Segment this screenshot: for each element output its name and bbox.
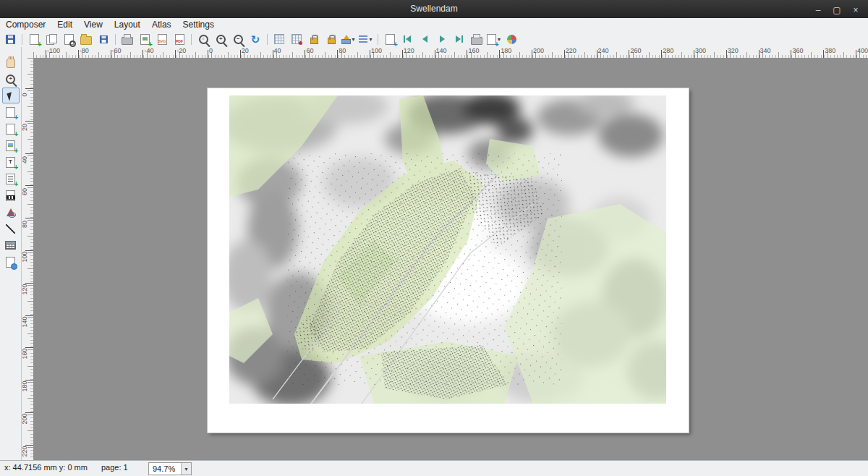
toolbar-separator <box>191 34 192 45</box>
export-image-icon[interactable] <box>137 32 153 46</box>
print-atlas-icon[interactable] <box>469 32 485 46</box>
window-controls: –▢× <box>809 1 865 20</box>
map-item[interactable] <box>229 95 666 404</box>
ruler-label: 300 <box>695 47 706 54</box>
ruler-tick <box>142 50 143 58</box>
print-icon[interactable] <box>119 32 135 46</box>
unlock-items-icon[interactable] <box>323 32 339 46</box>
minimize-button[interactable]: – <box>809 3 827 18</box>
menu-composer[interactable]: Composer <box>0 18 51 31</box>
new-composition-icon[interactable] <box>26 32 42 46</box>
ruler-label: 160 <box>22 345 28 362</box>
ruler-label: -100 <box>47 47 60 54</box>
ruler-tick <box>661 50 662 58</box>
ruler-label: 200 <box>533 47 544 54</box>
ruler-label: -60 <box>112 47 122 54</box>
zoom-level-value[interactable]: 94.7% <box>149 464 181 473</box>
layout-canvas[interactable] <box>33 58 868 461</box>
add-label-tool[interactable] <box>2 154 20 170</box>
move-item-content-tool[interactable] <box>2 104 20 120</box>
add-attribute-table-tool[interactable] <box>2 237 20 253</box>
item-toolbox: + <box>0 47 22 461</box>
move-item-content-icon[interactable] <box>382 32 398 46</box>
menu-view[interactable]: View <box>78 18 109 31</box>
cursor-position-readout: x: 44.7156 mm y: 0 mm <box>4 463 88 472</box>
atlas-previous-feature-icon[interactable] <box>417 32 433 46</box>
ruler-label: 320 <box>728 47 739 54</box>
zoom-tool[interactable]: + <box>2 71 20 87</box>
ruler-label: 140 <box>436 47 447 54</box>
ruler-tick <box>532 50 532 58</box>
ruler-label: 0 <box>22 86 28 103</box>
export-atlas-icon[interactable]: ▼ <box>486 32 502 46</box>
atlas-last-feature-icon[interactable] <box>451 32 467 46</box>
atlas-first-feature-icon[interactable] <box>399 32 415 46</box>
composer-window: Swellendam –▢× ComposerEditViewLayoutAtl… <box>0 0 868 476</box>
composer-manager-icon[interactable] <box>61 32 77 46</box>
toolbar-separator <box>115 34 116 45</box>
atlas-settings-icon[interactable] <box>503 32 519 46</box>
ruler-label: 60 <box>22 183 28 200</box>
add-html-frame-tool[interactable] <box>2 254 20 270</box>
ruler-tick <box>597 50 597 58</box>
ruler-tick <box>305 50 305 58</box>
zoom-level-combobox[interactable]: 94.7% ▼ <box>148 462 192 475</box>
load-template-icon[interactable] <box>78 32 94 46</box>
ruler-tick <box>370 50 370 58</box>
ruler-tick <box>435 50 435 58</box>
raise-items-icon[interactable]: ▼ <box>341 32 357 46</box>
zoom-full-icon[interactable]: ▫ <box>195 32 211 46</box>
export-svg-icon[interactable]: SVG <box>154 32 170 46</box>
ruler-label: -20 <box>176 47 186 54</box>
add-shape-tool[interactable] <box>2 204 20 220</box>
title-bar[interactable]: Swellendam –▢× <box>0 0 868 18</box>
swellendam-map-render <box>229 95 666 404</box>
menu-edit[interactable]: Edit <box>51 18 78 31</box>
ruler-label: 200 <box>22 410 28 428</box>
pan-tool[interactable] <box>2 54 20 70</box>
align-items-icon[interactable]: ▼ <box>358 32 374 46</box>
ruler-label: 340 <box>760 47 771 54</box>
layout-page[interactable] <box>208 88 689 433</box>
add-scalebar-tool[interactable] <box>2 187 20 203</box>
menu-settings[interactable]: Settings <box>177 18 220 31</box>
ruler-tick <box>240 50 241 58</box>
lock-items-icon[interactable] <box>306 32 322 46</box>
ruler-label: 20 <box>242 47 249 54</box>
ruler-label: 80 <box>339 47 346 54</box>
menu-layout[interactable]: Layout <box>109 18 146 31</box>
ruler-tick <box>273 50 273 58</box>
atlas-next-feature-icon[interactable] <box>434 32 450 46</box>
duplicate-composition-icon[interactable] <box>43 32 59 46</box>
ruler-label: 380 <box>825 47 835 54</box>
chevron-down-icon[interactable]: ▼ <box>181 463 191 475</box>
close-button[interactable]: × <box>846 3 865 18</box>
ruler-label: 360 <box>792 47 803 54</box>
ruler-tick <box>629 50 629 58</box>
save-as-template-icon[interactable] <box>95 32 111 46</box>
menu-atlas[interactable]: Atlas <box>146 18 177 31</box>
show-grid-icon[interactable] <box>271 32 287 46</box>
add-image-tool[interactable] <box>2 137 20 153</box>
add-new-map-tool[interactable] <box>2 121 20 137</box>
zoom-out-icon[interactable]: − <box>230 32 246 46</box>
zoom-in-icon[interactable]: + <box>213 32 229 46</box>
ruler-label: 260 <box>630 47 641 54</box>
export-pdf-icon[interactable]: PDF <box>171 32 187 46</box>
ruler-tick <box>467 50 467 58</box>
snap-to-grid-icon[interactable] <box>289 32 305 46</box>
ruler-tick <box>791 50 791 58</box>
refresh-view-icon[interactable]: ↻ <box>247 32 263 46</box>
select-move-item-tool[interactable] <box>2 88 20 103</box>
ruler-tick <box>856 50 856 58</box>
toolbar-separator <box>22 34 22 45</box>
ruler-tick <box>499 50 500 58</box>
ruler-label: 400 <box>857 47 868 54</box>
ruler-label: 280 <box>663 47 673 54</box>
ruler-vertical[interactable]: 020406080100120140160180200220 <box>22 58 34 461</box>
maximize-button[interactable]: ▢ <box>827 3 846 18</box>
add-legend-tool[interactable] <box>2 171 20 187</box>
add-arrow-tool[interactable] <box>2 221 20 237</box>
save-project-icon[interactable] <box>2 32 18 46</box>
ruler-horizontal[interactable]: -100-80-60-40-20020406080100120140160180… <box>33 47 868 59</box>
